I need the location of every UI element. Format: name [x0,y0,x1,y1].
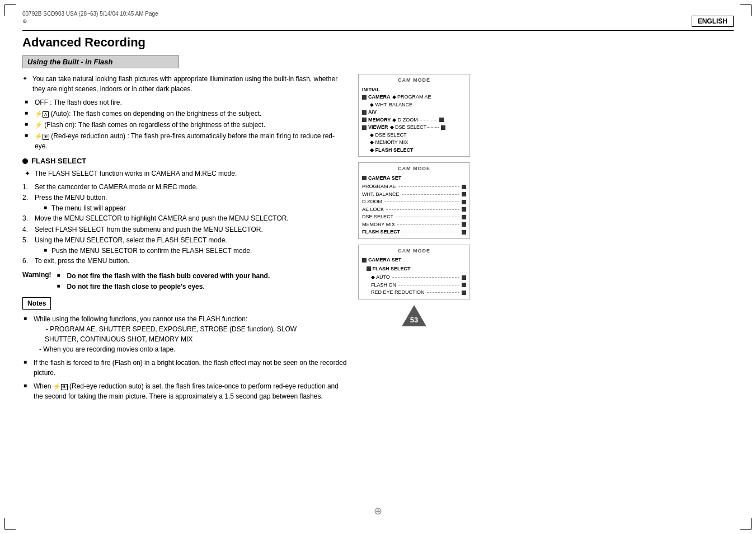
cam-diagram-1: CAM MODE INITIAL CAMERA ◆ PROGRAM AE ◆ W… [358,74,470,157]
cam-item: A/V [362,109,466,116]
cam-item: ◆ MEMORY MIX [362,139,466,147]
notes-label: Notes [22,297,51,310]
list-item: ⚡ (Flash on): The flash comes on regardl… [22,120,347,130]
list-item: If the flash is forced to fire (Flash on… [22,358,347,378]
flash-select-label: FLASH SELECT [31,157,86,165]
cam-diagram-3: CAM MODE CAMERA SET FLASH SELECT ◆ AUTO [358,245,470,299]
left-content: You can take natural looking flash pictu… [22,74,347,405]
list-item: 6. To exit, press the MENU button. [22,256,347,266]
bullet-icon [22,158,28,164]
list-item: 5. Using the MENU SELECTOR, select the F… [22,235,347,256]
cam-item: ◆ DSE SELECT [362,132,466,139]
cam-item: CAMERA SET [362,175,466,182]
cam-item: WHT. BALANCE [362,191,466,199]
flash-select-intro: The FLASH SELECT function works in CAMER… [22,168,347,179]
cam-item: PROGRAM AE [362,183,466,191]
page-number: 53 [410,316,418,324]
cam-item: ◆ WHT. BALANCE [362,101,466,109]
page-number-container: 53 [358,305,470,328]
list-item: OFF : The flash does not fire. [22,97,347,107]
step-sub-note: Push the MENU SELECTOR to confirm the FL… [35,246,347,256]
cam-item: FLASH SELECT [362,265,466,273]
header-crosshair-top: ⊕ [22,18,158,24]
warning-section: Warning! Do not fire the flash with the … [22,271,347,292]
cam-item: FLASH ON [371,282,466,289]
cam-item: MEMORY MIX [362,221,466,229]
warning-label: Warning! [22,271,51,279]
step-list: 1. Set the camcorder to CAMERA mode or M… [22,182,347,266]
list-item: ⚡👁 (Red-eye reduction auto) : The flash … [22,131,347,151]
cam-item: FLASH SELECT [362,228,466,236]
list-item: Do not fire the flash close to people's … [55,282,270,292]
cam-item: MEMORY ◆ D.ZOOM-············· [362,116,466,124]
cam-item: ◆ FLASH SELECT [362,147,466,154]
cam-item: AE LOCK [362,206,466,214]
bottom-crosshair: ⊕ [374,505,382,517]
step-sub-note: The menu list will appear [35,203,347,213]
flash-select-heading: FLASH SELECT [22,157,347,165]
sub-note: - PROGRAM AE, SHUTTER SPEED, EXPOSURE, S… [34,325,297,353]
list-item: ⚡A (Auto): The flash comes on depending … [22,109,347,119]
cam-diagram-title: CAM MODE [362,247,466,255]
list-item: 1. Set the camcorder to CAMERA mode or M… [22,182,347,193]
cam-item: INITIAL [362,86,466,94]
right-diagrams: CAM MODE INITIAL CAMERA ◆ PROGRAM AE ◆ W… [358,74,470,405]
cam-item: RED EYE REDUCTION [371,289,466,297]
list-item: 2. Press the MENU button. The menu list … [22,193,347,213]
cam-diagram-title: CAM MODE [362,165,466,173]
list-item: When ⚡👁 (Red-eye reduction auto) is set,… [22,381,347,401]
flash-mode-list: OFF : The flash does not fire. ⚡A (Auto)… [22,97,347,151]
cam-diagram-title: CAM MODE [362,77,466,85]
cam-item: ◆ AUTO [371,274,466,282]
cam-diagram-2: CAM MODE CAMERA SET PROGRAM AE WHT. BALA… [358,162,470,239]
list-item: Do not fire the flash with the flash bul… [55,271,270,282]
english-badge: ENGLISH [692,16,734,27]
header-meta: 00792B SCD903 USA (28~63) 5/14/04 10:45 … [22,10,158,18]
list-item: While using the following functions, you… [22,314,347,354]
cam-item: VIEWER ◆ DSE SELECT········· [362,124,466,132]
page-number-badge: 53 [402,305,426,326]
notes-list: While using the following functions, you… [22,314,347,401]
list-item: 4. Select FLASH SELECT from the submenu … [22,224,347,235]
warning-list: Do not fire the flash with the flash bul… [55,271,270,292]
page-title: Advanced Recording [22,35,734,50]
top-divider [22,30,734,31]
list-item: 3. Move the MENU SELECTOR to highlight C… [22,213,347,224]
page-header: 00792B SCD903 USA (28~63) 5/14/04 10:45 … [22,10,734,27]
cam-item: DSE SELECT [362,213,466,221]
cam-item: CAMERA SET [362,256,466,264]
cam-item: D.ZOOM [362,198,466,206]
section-subtitle: Using the Built - in Flash [22,55,179,68]
cam-item: ◆ AUTO FLASH ON RED EYE REDUCTION [362,274,466,297]
intro-paragraph: You can take natural looking flash pictu… [22,74,347,94]
cam-item: CAMERA ◆ PROGRAM AE [362,93,466,101]
